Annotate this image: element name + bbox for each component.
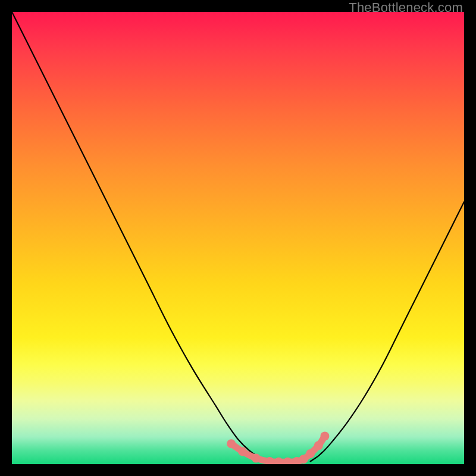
curve-layer bbox=[12, 12, 464, 464]
left-curve bbox=[12, 12, 265, 461]
highlight-dot bbox=[306, 449, 315, 458]
highlight-dot bbox=[274, 458, 283, 464]
right-curve bbox=[311, 202, 464, 461]
highlight-dot bbox=[227, 439, 236, 448]
highlight-dot bbox=[252, 454, 261, 463]
highlight-dot bbox=[314, 441, 323, 450]
highlight-dot bbox=[238, 447, 247, 456]
plot-area bbox=[12, 12, 464, 464]
highlight-dot bbox=[320, 431, 329, 440]
watermark-text: TheBottleneck.com bbox=[349, 0, 463, 15]
chart-frame: TheBottleneck.com bbox=[0, 0, 476, 476]
highlight-dot bbox=[283, 458, 292, 464]
